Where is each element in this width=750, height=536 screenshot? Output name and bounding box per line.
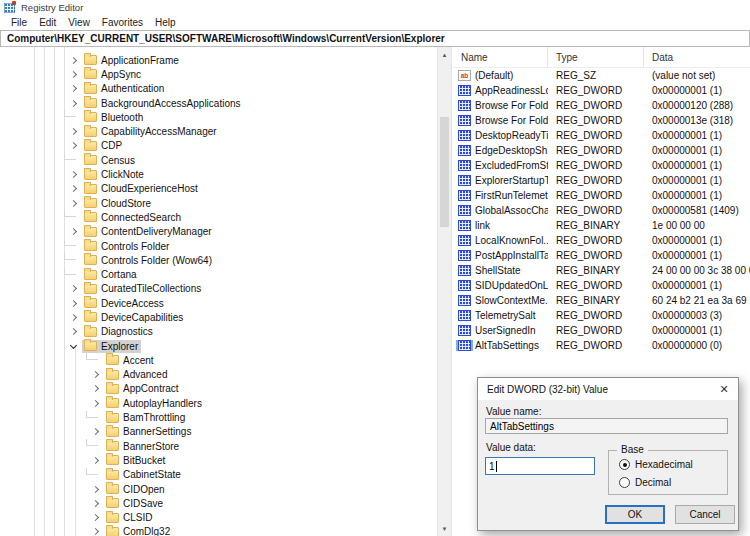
radio-hexadecimal[interactable]: Hexadecimal	[619, 459, 693, 470]
menu-help[interactable]: Help	[149, 16, 182, 29]
value-row[interactable]: Browse For Fold...REG_DWORD0x0000013e (3…	[453, 113, 750, 128]
tree-item[interactable]: Diagnostics	[0, 325, 437, 339]
value-row[interactable]: SlowContextMe...REG_BINARY60 24 b2 21 ea…	[453, 293, 750, 308]
value-row[interactable]: GlobalAssocCha...REG_DWORD0x00000581 (14…	[453, 203, 750, 218]
value-name-field[interactable]: AltTabSettings	[485, 418, 728, 434]
tree-item[interactable]: CloudStore	[0, 196, 437, 210]
value-row[interactable]: AltTabSettingsREG_DWORD0x00000000 (0)	[453, 338, 750, 353]
chevron-right-icon[interactable]	[69, 300, 76, 307]
value-row[interactable]: ExcludedFromSt...REG_DWORD0x00000001 (1)	[453, 158, 750, 173]
close-icon[interactable]: ✕	[715, 381, 733, 397]
column-header-type[interactable]: Type	[548, 47, 644, 67]
value-row[interactable]: DesktopReadyTi...REG_DWORD0x00000001 (1)	[453, 128, 750, 143]
chevron-right-icon[interactable]	[91, 428, 98, 435]
chevron-right-icon[interactable]	[69, 57, 76, 64]
value-row[interactable]: UserSignedInREG_DWORD0x00000001 (1)	[453, 323, 750, 338]
value-row[interactable]: ab(Default)REG_SZ(value not set)	[453, 68, 750, 83]
chevron-right-icon[interactable]	[69, 128, 76, 135]
tree-item[interactable]: ComDlg32	[0, 525, 437, 536]
value-row[interactable]: ShellStateREG_BINARY24 00 00 00 3c 38 00…	[453, 263, 750, 278]
tree-item[interactable]: Bluetooth	[0, 110, 437, 124]
column-header-name[interactable]: Name	[453, 47, 548, 67]
ok-button[interactable]: OK	[605, 505, 665, 524]
tree-item[interactable]: CapabilityAccessManager	[0, 124, 437, 138]
value-row[interactable]: Browse For Fold...REG_DWORD0x00000120 (2…	[453, 98, 750, 113]
value-row[interactable]: EdgeDesktopSh...REG_DWORD0x00000001 (1)	[453, 143, 750, 158]
tree-item[interactable]: ConnectedSearch	[0, 210, 437, 224]
value-row[interactable]: TelemetrySaltREG_DWORD0x00000003 (3)	[453, 308, 750, 323]
value-row[interactable]: LocalKnownFol...REG_DWORD0x00000001 (1)	[453, 233, 750, 248]
tree-item[interactable]: CLSID	[0, 511, 437, 525]
scrollbar-thumb[interactable]	[440, 117, 449, 227]
value-row[interactable]: SIDUpdatedOnLi...REG_DWORD0x00000001 (1)	[453, 278, 750, 293]
tree-item[interactable]: Authentication	[0, 82, 437, 96]
chevron-right-icon[interactable]	[69, 228, 76, 235]
chevron-right-icon[interactable]	[69, 71, 76, 78]
tree-item[interactable]: Census	[0, 153, 437, 167]
tree-item[interactable]: DeviceCapabilities	[0, 310, 437, 324]
tree-item[interactable]: Advanced	[0, 368, 437, 382]
tree-item[interactable]: AutoplayHandlers	[0, 396, 437, 410]
tree-item[interactable]: Controls Folder (Wow64)	[0, 253, 437, 267]
value-row[interactable]: AppReadinessLo...REG_DWORD0x00000001 (1)	[453, 83, 750, 98]
cancel-button[interactable]: Cancel	[675, 505, 735, 524]
value-row[interactable]: FirstRunTelemet...REG_DWORD0x00000001 (1…	[453, 188, 750, 203]
chevron-right-icon[interactable]	[91, 528, 98, 535]
menu-file[interactable]: File	[5, 16, 33, 29]
tree-item[interactable]: CDP	[0, 139, 437, 153]
tree-item[interactable]: BamThrottling	[0, 410, 437, 424]
value-row[interactable]: linkREG_BINARY1e 00 00 00	[453, 218, 750, 233]
chevron-right-icon[interactable]	[91, 371, 98, 378]
chevron-right-icon[interactable]	[91, 400, 98, 407]
value-row[interactable]: ExplorerStartupT...REG_DWORD0x00000001 (…	[453, 173, 750, 188]
menu-edit[interactable]: Edit	[33, 16, 62, 29]
chevron-right-icon[interactable]	[69, 99, 76, 106]
chevron-right-icon[interactable]	[91, 514, 98, 521]
chevron-right-icon[interactable]	[69, 285, 76, 292]
address-input[interactable]	[0, 30, 750, 47]
chevron-right-icon[interactable]	[69, 85, 76, 92]
column-header-data[interactable]: Data	[644, 47, 750, 67]
tree-item[interactable]: CIDOpen	[0, 482, 437, 496]
value-data-field[interactable]: 1	[485, 457, 595, 475]
chevron-right-icon[interactable]	[69, 328, 76, 335]
menu-view[interactable]: View	[62, 16, 96, 29]
value-row[interactable]: PostAppInstallTa...REG_DWORD0x00000001 (…	[453, 248, 750, 263]
tree-item[interactable]: AppContract	[0, 382, 437, 396]
chevron-right-icon[interactable]	[91, 486, 98, 493]
tree-item[interactable]: AppSync	[0, 67, 437, 81]
chevron-down-icon[interactable]	[69, 342, 76, 349]
tree-item[interactable]: BackgroundAccessApplications	[0, 96, 437, 110]
tree-item[interactable]: DeviceAccess	[0, 296, 437, 310]
radio-decimal[interactable]: Decimal	[619, 477, 671, 488]
scroll-down-icon[interactable]: ▼	[438, 521, 451, 536]
chevron-right-icon[interactable]	[69, 142, 76, 149]
chevron-right-icon[interactable]	[69, 171, 76, 178]
tree-item[interactable]: Cortana	[0, 267, 437, 281]
tree-item[interactable]: CIDSave	[0, 496, 437, 510]
chevron-right-icon[interactable]	[69, 185, 76, 192]
chevron-right-icon[interactable]	[91, 457, 98, 464]
tree-item[interactable]: CloudExperienceHost	[0, 182, 437, 196]
tree-item[interactable]: BannerSettings	[0, 425, 437, 439]
radio-selected-icon[interactable]	[619, 459, 630, 470]
tree-item[interactable]: ClickNote	[0, 167, 437, 181]
tree-item[interactable]: BannerStore	[0, 439, 437, 453]
chevron-right-icon[interactable]	[69, 314, 76, 321]
tree-item[interactable]: Controls Folder	[0, 239, 437, 253]
tree-scrollbar[interactable]: ▲ ▼	[437, 47, 452, 536]
chevron-right-icon[interactable]	[69, 200, 76, 207]
folder-icon	[106, 427, 119, 437]
tree-item[interactable]: ApplicationFrame	[0, 53, 437, 67]
tree-item[interactable]: CabinetState	[0, 468, 437, 482]
chevron-right-icon[interactable]	[91, 385, 98, 392]
menu-favorites[interactable]: Favorites	[96, 16, 149, 29]
tree-item[interactable]: Explorer	[0, 339, 437, 353]
radio-unselected-icon[interactable]	[619, 477, 630, 488]
scroll-up-icon[interactable]: ▲	[438, 47, 451, 62]
chevron-right-icon[interactable]	[91, 500, 98, 507]
tree-item[interactable]: BitBucket	[0, 453, 437, 467]
tree-item[interactable]: Accent	[0, 353, 437, 367]
tree-item[interactable]: ContentDeliveryManager	[0, 225, 437, 239]
tree-item[interactable]: CuratedTileCollections	[0, 282, 437, 296]
